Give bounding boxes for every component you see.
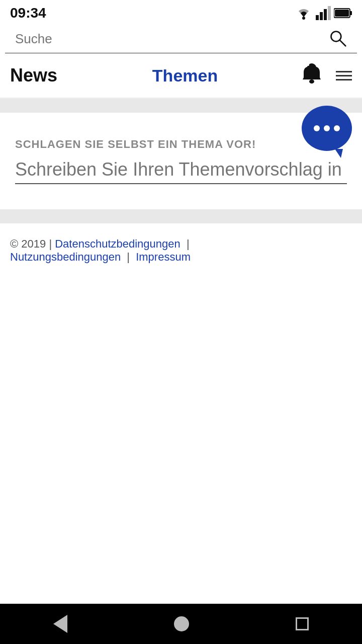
search-button[interactable] (329, 29, 347, 49)
dot-1 (314, 125, 320, 131)
suggest-input[interactable] (15, 159, 347, 184)
signal-icon (316, 6, 331, 20)
imprint-link[interactable]: Impressum (136, 251, 191, 263)
spacer (0, 274, 362, 604)
search-bar (5, 25, 357, 53)
search-icon (329, 29, 347, 47)
nav-news-label[interactable]: News (10, 65, 57, 86)
privacy-link[interactable]: Datenschutzbedingungen (55, 237, 184, 250)
svg-rect-11 (307, 63, 309, 66)
svg-rect-7 (335, 10, 349, 17)
back-icon (53, 615, 67, 633)
bubble-circle (302, 106, 352, 151)
menu-line-1 (336, 71, 352, 72)
menu-line-2 (336, 75, 352, 76)
bubble-dots (314, 125, 340, 131)
dot-3 (334, 125, 340, 131)
battery-icon (334, 8, 352, 19)
suggest-label: SCHLAGEN SIE SELBST EIN THEMA VOR! (15, 138, 347, 151)
back-button[interactable] (53, 615, 67, 633)
footer-separator (0, 209, 362, 223)
separator-2: | (127, 251, 130, 263)
svg-point-0 (302, 17, 305, 20)
main-content: SCHLAGEN SIE SELBST EIN THEMA VOR! (0, 113, 362, 199)
chat-bubble[interactable] (302, 106, 352, 151)
recents-icon (296, 617, 309, 630)
home-icon (174, 616, 189, 631)
footer: © 2019 | Datenschutzbedingungen | Nutzun… (0, 223, 362, 274)
recents-button[interactable] (296, 617, 309, 630)
separator-1: | (187, 237, 190, 250)
dot-2 (324, 125, 330, 131)
nav-bar: News Themen (0, 53, 362, 99)
bell-svg (303, 63, 321, 84)
menu-line-3 (336, 79, 352, 80)
svg-rect-2 (320, 12, 323, 20)
svg-line-9 (340, 40, 346, 46)
status-time: 09:34 (10, 5, 46, 21)
home-button[interactable] (174, 616, 189, 631)
status-icons (295, 6, 352, 20)
svg-rect-4 (328, 6, 331, 20)
copyright-text: © 2019 | (10, 237, 52, 250)
wifi-icon (295, 6, 313, 20)
svg-rect-6 (350, 11, 352, 15)
android-nav-bar (0, 604, 362, 644)
menu-icon[interactable] (336, 71, 352, 80)
status-bar: 09:34 (0, 0, 362, 25)
nav-themen-label[interactable]: Themen (67, 66, 303, 86)
svg-rect-3 (324, 9, 327, 20)
bubble-tail (335, 149, 343, 158)
search-input[interactable] (15, 31, 329, 47)
svg-rect-1 (316, 15, 319, 20)
terms-link[interactable]: Nutzungsbedingungen (10, 251, 121, 263)
bell-icon[interactable] (303, 63, 321, 88)
svg-point-10 (309, 79, 314, 84)
